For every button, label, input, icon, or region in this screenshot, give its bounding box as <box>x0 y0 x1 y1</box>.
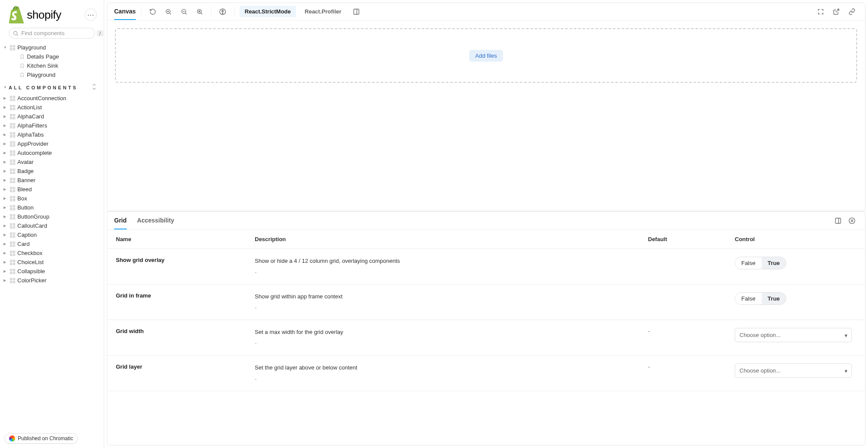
tree-component[interactable]: ▶Badge <box>0 167 104 176</box>
select-control[interactable]: Choose option... <box>735 328 852 342</box>
tree-component[interactable]: ▶Checkbox <box>0 249 104 258</box>
grid-icon <box>10 114 16 120</box>
svg-rect-44 <box>10 181 12 183</box>
svg-rect-15 <box>13 114 15 116</box>
svg-rect-17 <box>13 117 15 119</box>
tree-folder-playground[interactable]: ▼ Playground <box>0 43 104 52</box>
control-row: Grid widthSet a max width for the grid o… <box>107 320 865 356</box>
svg-rect-40 <box>10 172 12 173</box>
add-files-button[interactable]: Add files <box>469 50 503 62</box>
svg-rect-3 <box>13 45 15 47</box>
collapse-expand-icon[interactable] <box>92 84 97 91</box>
zoom-in-icon[interactable] <box>162 6 174 18</box>
tree-story[interactable]: Kitchen Sink <box>0 61 104 70</box>
tree-component[interactable]: ▶ActionList <box>0 103 104 112</box>
search-input-wrap[interactable]: / <box>9 28 95 39</box>
tree-story[interactable]: Playground <box>0 70 104 79</box>
boolean-toggle[interactable]: FalseTrue <box>735 292 786 305</box>
tree-component[interactable]: ▶CalloutCard <box>0 221 104 230</box>
tree-component[interactable]: ▶Caption <box>0 230 104 239</box>
tree-component[interactable]: ▶AlphaFilters <box>0 121 104 130</box>
tree-component[interactable]: ▶Collapsible <box>0 267 104 276</box>
control-description: Set a max width for the grid overlay- <box>246 320 639 355</box>
accessibility-icon[interactable] <box>217 6 229 18</box>
svg-rect-88 <box>10 281 12 283</box>
tree-component[interactable]: ▶Autocomplete <box>0 148 104 157</box>
sidebar-more-button[interactable]: ⋯ <box>85 9 97 21</box>
control-row: Grid in frameShow grid within app frame … <box>107 284 865 320</box>
tree-component[interactable]: ▶Box <box>0 194 104 203</box>
select-control[interactable]: Choose option... <box>735 363 852 378</box>
addons-panel: Grid Accessibility Name Description Defa… <box>107 211 865 445</box>
tree-component[interactable]: ▶Bleed <box>0 185 104 194</box>
svg-line-96 <box>185 13 187 14</box>
chromatic-badge[interactable]: Published on Chromatic <box>4 433 78 444</box>
grid-icon <box>10 45 16 51</box>
caret-right-icon: ▶ <box>3 224 8 228</box>
zoom-reset-icon[interactable] <box>194 6 206 18</box>
svg-line-93 <box>170 13 171 14</box>
svg-rect-19 <box>13 123 15 125</box>
tree-component[interactable]: ▶ChoiceList <box>0 258 104 267</box>
svg-rect-89 <box>13 281 15 283</box>
all-components-header[interactable]: ▼ ALL COMPONENTS <box>0 79 104 94</box>
svg-rect-34 <box>10 160 12 161</box>
tab-canvas[interactable]: Canvas <box>114 3 136 20</box>
search-icon <box>13 30 19 36</box>
tree-component[interactable]: ▶AccountConnection <box>0 94 104 103</box>
svg-rect-61 <box>13 217 15 219</box>
tree-component[interactable]: ▶AlphaTabs <box>0 130 104 139</box>
col-name: Name <box>107 230 246 249</box>
tree-component[interactable]: ▶Banner <box>0 176 104 185</box>
tree-component[interactable]: ▶AppProvider <box>0 139 104 148</box>
search-input[interactable] <box>21 30 94 36</box>
tree-component[interactable]: ▶AlphaCard <box>0 112 104 121</box>
grid-icon <box>10 186 16 193</box>
brand-name: shopify <box>27 8 61 22</box>
svg-rect-103 <box>835 218 841 223</box>
tree-component[interactable]: ▶ButtonGroup <box>0 212 104 221</box>
panel-position-icon[interactable] <box>832 215 844 227</box>
control-name: Grid in frame <box>107 284 246 307</box>
tree-label: Box <box>17 195 27 202</box>
fullscreen-icon[interactable] <box>815 6 827 18</box>
chromatic-icon <box>9 435 15 441</box>
svg-rect-83 <box>13 269 15 271</box>
svg-rect-63 <box>13 223 15 225</box>
open-external-icon[interactable] <box>830 6 842 18</box>
caret-right-icon: ▶ <box>3 96 8 100</box>
caret-right-icon: ▶ <box>3 105 8 109</box>
layout-icon[interactable] <box>350 6 362 18</box>
zoom-out-icon[interactable] <box>178 6 190 18</box>
tree-component[interactable]: ▶Button <box>0 203 104 212</box>
tree-component[interactable]: ▶Avatar <box>0 157 104 167</box>
tree-label: AppProvider <box>17 141 49 147</box>
toggle-true[interactable]: True <box>762 293 786 304</box>
svg-rect-25 <box>13 135 15 137</box>
caret-right-icon: ▶ <box>3 114 8 118</box>
tree-label: Collapsible <box>17 268 45 275</box>
svg-rect-78 <box>10 260 12 262</box>
tab-grid[interactable]: Grid <box>114 212 127 229</box>
brand-logo: shopify <box>9 6 61 23</box>
toggle-true[interactable]: True <box>762 257 786 269</box>
tab-accessibility[interactable]: Accessibility <box>137 212 174 229</box>
tree-component[interactable]: ▶Card <box>0 239 104 249</box>
reload-icon[interactable] <box>147 6 159 18</box>
file-dropzone[interactable]: Add files <box>115 28 857 83</box>
pill-strictmode[interactable]: React.StrictMode <box>240 6 296 17</box>
grid-icon <box>10 196 16 202</box>
svg-rect-49 <box>13 190 15 192</box>
tree-label: Bleed <box>17 186 32 193</box>
link-icon[interactable] <box>846 6 858 18</box>
tree-story[interactable]: Details Page <box>0 52 104 61</box>
toggle-false[interactable]: False <box>735 293 762 304</box>
boolean-toggle[interactable]: FalseTrue <box>735 257 786 269</box>
svg-line-1 <box>17 34 18 36</box>
close-panel-icon[interactable] <box>846 215 858 227</box>
pill-profiler[interactable]: React.Profiler <box>299 6 347 17</box>
tree-component[interactable]: ▶ColorPicker <box>0 276 104 285</box>
svg-rect-59 <box>13 214 15 216</box>
toggle-false[interactable]: False <box>735 257 762 269</box>
svg-rect-65 <box>13 226 15 228</box>
